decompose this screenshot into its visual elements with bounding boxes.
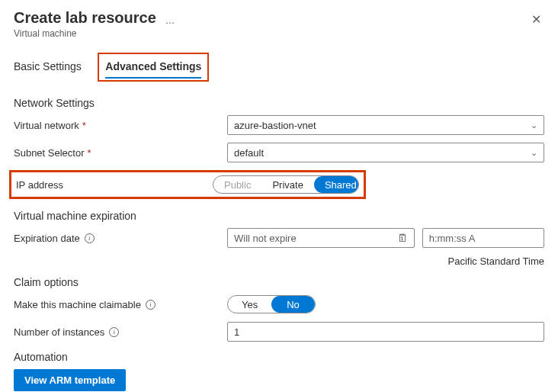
highlight-ip-address: IP address Public Private Shared xyxy=(9,170,366,199)
section-claim-options: Claim options xyxy=(14,276,544,288)
required-indicator: * xyxy=(82,120,86,131)
view-arm-template-button[interactable]: View ARM template xyxy=(14,369,126,391)
row-instances: Number of instances i 1 xyxy=(14,322,544,342)
blade-header: Create lab resource … Virtual machine ✕ xyxy=(14,9,544,39)
tab-basic-settings[interactable]: Basic Settings xyxy=(14,56,82,77)
label-instances: Number of instances i xyxy=(14,326,227,338)
timezone-label: Pacific Standard Time xyxy=(14,255,544,267)
info-icon[interactable]: i xyxy=(109,327,119,337)
calendar-icon[interactable]: 🗓 xyxy=(397,232,408,244)
toggle-ip-address[interactable]: Public Private Shared xyxy=(213,175,359,194)
label-expiration-date: Expiration date i xyxy=(14,233,227,244)
section-automation: Automation xyxy=(14,351,544,363)
select-subnet[interactable]: default ⌄ xyxy=(227,143,544,162)
placeholder-expiration-date: Will not expire xyxy=(234,233,297,244)
tab-advanced-settings[interactable]: Advanced Settings xyxy=(105,56,201,79)
page-title: Create lab resource xyxy=(14,9,156,27)
tab-bar: Basic Settings Advanced Settings xyxy=(14,53,544,82)
ip-option-shared[interactable]: Shared xyxy=(314,176,359,193)
row-expiration-date: Expiration date i Will not expire 🗓 h:mm… xyxy=(14,228,544,248)
highlight-advanced-tab: Advanced Settings xyxy=(98,53,209,82)
ip-option-private[interactable]: Private xyxy=(261,176,313,193)
more-icon[interactable]: … xyxy=(165,14,175,26)
required-indicator: * xyxy=(88,147,91,159)
claimable-yes[interactable]: Yes xyxy=(228,296,271,313)
input-expiration-time[interactable]: h:mm:ss A xyxy=(422,228,544,248)
info-icon[interactable]: i xyxy=(146,300,156,310)
input-instances-value: 1 xyxy=(234,326,239,338)
ip-option-public[interactable]: Public xyxy=(213,176,261,193)
row-subnet-selector: Subnet Selector* default ⌄ xyxy=(14,143,544,162)
label-subnet-selector: Subnet Selector* xyxy=(14,147,227,159)
row-virtual-network: Virtual network* azure-bastion-vnet ⌄ xyxy=(14,115,544,135)
close-icon[interactable]: ✕ xyxy=(528,9,544,30)
section-network-settings: Network Settings xyxy=(14,97,544,109)
info-icon[interactable]: i xyxy=(85,233,95,243)
section-vm-expiration: Virtual machine expiration xyxy=(14,210,544,222)
select-virtual-network-value: azure-bastion-vnet xyxy=(234,120,316,131)
toggle-claimable[interactable]: Yes No xyxy=(227,295,316,313)
select-virtual-network[interactable]: azure-bastion-vnet ⌄ xyxy=(227,115,544,135)
label-virtual-network: Virtual network* xyxy=(14,120,227,131)
placeholder-expiration-time: h:mm:ss A xyxy=(429,233,476,244)
chevron-down-icon: ⌄ xyxy=(531,148,537,158)
input-expiration-date[interactable]: Will not expire 🗓 xyxy=(227,228,415,248)
chevron-down-icon: ⌄ xyxy=(531,120,537,130)
label-ip-address: IP address xyxy=(11,179,213,191)
input-instances[interactable]: 1 xyxy=(227,322,544,342)
claimable-no[interactable]: No xyxy=(271,296,315,313)
page-subtitle: Virtual machine xyxy=(14,28,544,39)
select-subnet-value: default xyxy=(234,147,264,159)
row-claimable: Make this machine claimable i Yes No xyxy=(14,294,544,314)
label-claimable: Make this machine claimable i xyxy=(14,299,227,310)
